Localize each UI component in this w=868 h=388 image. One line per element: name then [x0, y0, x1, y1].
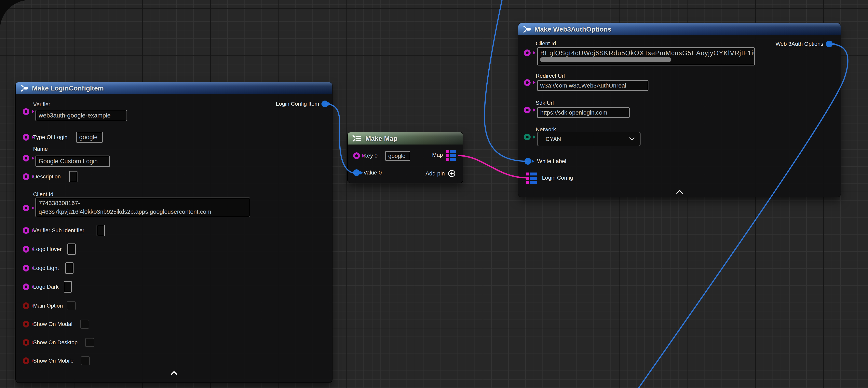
input-pin-client-id[interactable]: [23, 205, 29, 211]
key-0-value-field[interactable]: google: [385, 151, 410, 161]
pin-label-login-config-item: Login Config Item: [276, 100, 319, 107]
chevron-up-icon: [171, 371, 177, 375]
pin-label-verifier-sub-identifier: Verifier Sub Identifier: [33, 227, 84, 234]
pin-label-value-0: Value 0: [364, 169, 382, 176]
input-pin-main-option[interactable]: [23, 302, 29, 309]
pin-label-name: Name: [33, 146, 48, 152]
input-pin-key-0[interactable]: [353, 152, 360, 159]
input-pin-description[interactable]: [23, 173, 29, 180]
pin-label-description: Description: [33, 173, 61, 180]
network-dropdown[interactable]: CYAN: [537, 132, 641, 146]
sdk-url-value-field[interactable]: https://sdk.openlogin.com: [537, 107, 630, 118]
node-header-make-web3authoptions[interactable]: Make Web3AuthOptions: [518, 23, 841, 35]
client-id-field-scrollbar[interactable]: [540, 57, 671, 62]
description-value-field[interactable]: [69, 171, 78, 182]
redirect-url-value-field[interactable]: w3a://com.w3a.Web3AuthUnreal: [537, 80, 648, 91]
input-pin-network[interactable]: [524, 134, 531, 140]
show-on-mobile-checkbox[interactable]: [81, 356, 90, 365]
collapse-node-button[interactable]: [674, 188, 685, 195]
node-make-map[interactable]: Make Map Key 0 google Map Value 0 Add pi…: [348, 132, 463, 183]
add-pin-plus-icon: [447, 169, 456, 178]
input-pin-show-on-desktop[interactable]: [23, 339, 29, 346]
logo-light-value-field[interactable]: [65, 262, 73, 274]
input-pin-client-id[interactable]: [524, 50, 531, 56]
input-pin-verifier-sub-identifier[interactable]: [23, 227, 29, 234]
pin-label-show-on-mobile: Show On Mobile: [33, 357, 73, 364]
pin-label-login-config: Login Config: [542, 175, 573, 181]
input-pin-logo-hover[interactable]: [23, 246, 29, 252]
node-make-web3authoptions[interactable]: Make Web3AuthOptions Web 3Auth Options C…: [518, 23, 841, 197]
network-selected-value: CYAN: [546, 136, 561, 142]
add-pin-button[interactable]: Add pin: [426, 169, 456, 178]
node-title: Make LoginConfigItem: [32, 84, 104, 92]
chevron-down-icon: [629, 138, 634, 141]
output-pin-map[interactable]: [446, 150, 456, 161]
input-pin-sdk-url[interactable]: [524, 107, 531, 113]
logo-dark-value-field[interactable]: [64, 281, 72, 293]
pin-label-logo-hover: Logo Hover: [33, 246, 62, 252]
node-make-loginconfigitem[interactable]: Make LoginConfigItem Login Config Item V…: [16, 82, 332, 383]
show-on-desktop-checkbox[interactable]: [85, 338, 94, 347]
show-on-modal-checkbox[interactable]: [80, 320, 89, 329]
pin-label-logo-dark: Logo Dark: [33, 283, 59, 290]
input-pin-show-on-mobile[interactable]: [23, 357, 29, 364]
make-struct-icon: [20, 84, 29, 92]
input-pin-redirect-url[interactable]: [524, 79, 531, 86]
pin-label-map: Map: [432, 152, 443, 158]
input-pin-logo-light[interactable]: [23, 265, 29, 271]
pin-label-client-id: Client Id: [536, 40, 556, 47]
client-id-value-field[interactable]: 774338308167-q463s7kpvja16l4l0kko3nb925i…: [35, 198, 250, 217]
chevron-up-icon: [676, 190, 683, 194]
pin-label-sdk-url: Sdk Url: [536, 99, 554, 106]
client-id-value-field[interactable]: BEglQSgt4cUWcj6SKRdu5QkOXTsePmMcusG5EAoy…: [537, 47, 755, 65]
input-pin-logo-dark[interactable]: [23, 283, 29, 290]
input-pin-verifier[interactable]: [23, 108, 29, 115]
pin-label-web-3auth-options: Web 3Auth Options: [776, 40, 823, 47]
node-title: Make Web3AuthOptions: [534, 25, 611, 33]
pin-label-white-label: White Label: [537, 158, 566, 165]
collapse-node-button[interactable]: [168, 370, 180, 376]
verifier-sub-identifier-value-field[interactable]: [97, 225, 105, 236]
main-option-checkbox[interactable]: [67, 301, 76, 310]
name-value-field[interactable]: Google Custom Login: [35, 155, 110, 167]
pin-label-logo-light: Logo Light: [33, 265, 59, 271]
make-map-icon: [352, 134, 362, 143]
pin-label-verifier: Verifier: [33, 101, 50, 108]
input-pin-login-config[interactable]: [526, 173, 537, 184]
pin-label-type-of-login: Type Of Login: [33, 134, 67, 141]
pin-label-key-0: Key 0: [364, 152, 378, 159]
node-header-make-map[interactable]: Make Map: [348, 132, 463, 145]
pin-label-show-on-desktop: Show On Desktop: [33, 339, 78, 346]
logo-hover-value-field[interactable]: [67, 243, 76, 255]
pin-label-show-on-modal: Show On Modal: [33, 321, 72, 327]
type-of-login-value-field[interactable]: google: [76, 132, 103, 143]
add-pin-label: Add pin: [426, 170, 445, 177]
pin-label-main-option: Main Option: [33, 302, 63, 309]
pin-label-redirect-url: Redirect Url: [536, 72, 565, 79]
blueprint-graph-canvas[interactable]: Make LoginConfigItem Login Config Item V…: [0, 0, 868, 388]
pin-label-client-id: Client Id: [33, 191, 54, 198]
node-title: Make Map: [365, 135, 398, 142]
input-pin-name[interactable]: [23, 155, 29, 161]
verifier-value-field[interactable]: web3auth-google-example: [35, 110, 127, 121]
node-header-make-loginconfigitem[interactable]: Make LoginConfigItem: [16, 82, 332, 94]
input-pin-type-of-login[interactable]: [23, 134, 29, 141]
make-struct-icon: [523, 25, 531, 33]
input-pin-show-on-modal[interactable]: [23, 321, 29, 327]
